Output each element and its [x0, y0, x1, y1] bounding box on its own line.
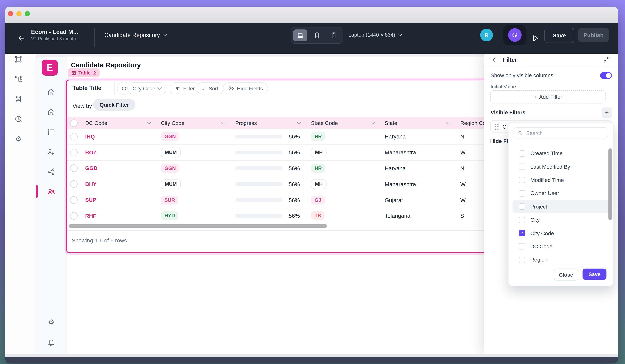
device-tablet-button[interactable] [327, 29, 341, 41]
chevron-down-icon[interactable] [297, 120, 301, 124]
filter-option-row[interactable]: Region [513, 253, 609, 265]
row-checkbox[interactable] [70, 165, 78, 172]
row-checkbox[interactable] [70, 149, 78, 156]
avatar[interactable]: R [480, 29, 493, 41]
column-header[interactable]: City Code [156, 117, 231, 129]
plus-icon: + [605, 109, 609, 117]
settings-gear-icon[interactable]: ⚙ [14, 135, 22, 143]
search-input[interactable] [526, 130, 604, 136]
hide-fields-button[interactable]: Hide Fields [223, 83, 268, 94]
dropdown-scrollbar[interactable] [608, 148, 612, 220]
widget-tag[interactable]: Table_2 [68, 68, 99, 77]
filter-option-row[interactable]: Owner User [513, 187, 609, 200]
progress-value: 56% [286, 133, 300, 140]
checkbox[interactable] [519, 217, 525, 223]
toolbar-divider [114, 82, 115, 95]
checkbox[interactable]: ✓ [519, 230, 525, 236]
database-icon[interactable] [14, 95, 22, 103]
home-icon[interactable] [47, 108, 55, 116]
chevron-down-icon[interactable] [147, 120, 151, 124]
flow-tree-icon[interactable] [14, 75, 22, 83]
table-row[interactable]: IHQ GGN 56% HR Haryana N [67, 129, 531, 145]
column-header[interactable]: Progress [231, 117, 306, 129]
table-row[interactable]: GGD GGN 56% HR Haryana N [67, 161, 531, 176]
filter-option-row[interactable]: Modified Time [513, 173, 609, 187]
horizontal-scrollbar[interactable] [68, 224, 327, 228]
row-checkbox[interactable] [70, 180, 78, 188]
filter-option-row[interactable]: DC Code [513, 240, 609, 253]
history-icon[interactable] [14, 115, 22, 123]
settings-gear-icon[interactable]: ⚙ [47, 318, 55, 326]
close-window-button[interactable] [8, 11, 13, 16]
maximize-window-button[interactable] [25, 11, 30, 16]
filter-button-label: Filter [183, 85, 195, 91]
checkbox[interactable] [519, 164, 525, 170]
chevron-down-icon[interactable] [221, 120, 225, 124]
users-icon[interactable] [47, 188, 55, 196]
app-logo[interactable]: E [42, 60, 58, 76]
checkbox[interactable] [519, 203, 525, 210]
column-quick-button[interactable]: City Code [127, 83, 166, 94]
column-header[interactable]: State [380, 117, 456, 129]
user-plus-icon[interactable] [47, 148, 55, 156]
chevron-down-icon [157, 85, 162, 90]
progress-value: 56% [286, 197, 300, 203]
list-icon[interactable] [47, 128, 55, 136]
chevron-down-icon[interactable] [446, 120, 451, 124]
share-icon[interactable] [47, 168, 55, 176]
close-button[interactable]: Close [554, 269, 578, 280]
bell-icon[interactable] [47, 338, 55, 347]
editor-header: Ecom - Lead M... V2 Published 3 month...… [5, 23, 618, 54]
filter-option-row[interactable]: Project [513, 200, 609, 213]
filter-option-row[interactable]: Created Time [513, 147, 609, 160]
table-row[interactable]: BHY MUM 56% MH Maharashtra W [67, 176, 531, 192]
select-all-checkbox[interactable] [70, 119, 78, 127]
panel-back-icon[interactable] [490, 56, 498, 64]
add-visible-filter-button[interactable]: + [602, 108, 612, 118]
filter-option-row[interactable]: City [513, 213, 609, 226]
filter-button[interactable]: Filter [170, 83, 200, 94]
dropdown-save-button[interactable]: Save [583, 269, 607, 280]
column-header[interactable]: State Code [306, 117, 380, 129]
filter-option-row[interactable]: ✓ City Code [513, 226, 609, 240]
table-row[interactable]: RHF HYD 56% TS Telangana S [67, 208, 531, 224]
row-checkbox[interactable] [70, 133, 78, 140]
back-icon[interactable] [17, 34, 26, 43]
table-row[interactable]: SUP SUR 56% GJ Gujarat W [67, 192, 531, 208]
sort-button[interactable]: ↓↑ Sort [197, 83, 223, 94]
add-filter-button[interactable]: + Add Filter [490, 90, 606, 104]
device-phone-button[interactable] [310, 29, 324, 41]
editor-footer-bar [5, 357, 618, 363]
column-header[interactable]: DC Code [80, 117, 156, 129]
table-row[interactable]: BOZ MUM 56% MH Maharashtra W [67, 145, 531, 160]
filter-option-row[interactable]: Last Modified By [513, 160, 609, 173]
preview-play-button[interactable] [531, 34, 540, 43]
publish-button[interactable]: Publish [578, 28, 609, 42]
table-body: IHQ GGN 56% HR Haryana N BOZ MUM 56% MH … [67, 129, 531, 224]
device-size-dropdown[interactable]: Laptop (1440 × 834) [348, 32, 402, 38]
collapse-panel-icon[interactable] [603, 56, 611, 63]
drag-handle-icon[interactable] [495, 123, 499, 130]
save-button[interactable]: Save [544, 28, 574, 43]
interact-mode-button[interactable] [503, 25, 526, 45]
checkbox[interactable] [519, 256, 525, 263]
home-icon[interactable] [47, 88, 55, 96]
chevron-down-icon[interactable] [371, 120, 375, 124]
checkbox[interactable] [519, 243, 525, 250]
checkbox[interactable] [519, 190, 525, 196]
checkbox[interactable] [519, 150, 525, 157]
table-widget[interactable]: Table Title City Code Filter [66, 80, 532, 253]
page-selector[interactable]: Candidate Repository [104, 32, 167, 38]
device-laptop-button[interactable] [293, 29, 307, 41]
filter-options-dropdown: Created Time Last Modified By Modified T… [508, 122, 614, 286]
minimize-window-button[interactable] [16, 11, 22, 16]
visible-columns-toggle[interactable] [600, 72, 612, 79]
search-field[interactable] [514, 127, 608, 139]
checkbox[interactable] [519, 177, 525, 183]
row-checkbox[interactable] [70, 212, 78, 220]
row-checkbox[interactable] [70, 196, 78, 204]
quick-filter-chip[interactable]: Quick Filter [93, 99, 136, 111]
app-window: Ecom - Lead M... V2 Published 3 month...… [5, 7, 618, 363]
app-title-block[interactable]: Ecom - Lead M... V2 Published 3 month... [31, 28, 80, 41]
canvas-frame-icon[interactable] [14, 56, 22, 63]
